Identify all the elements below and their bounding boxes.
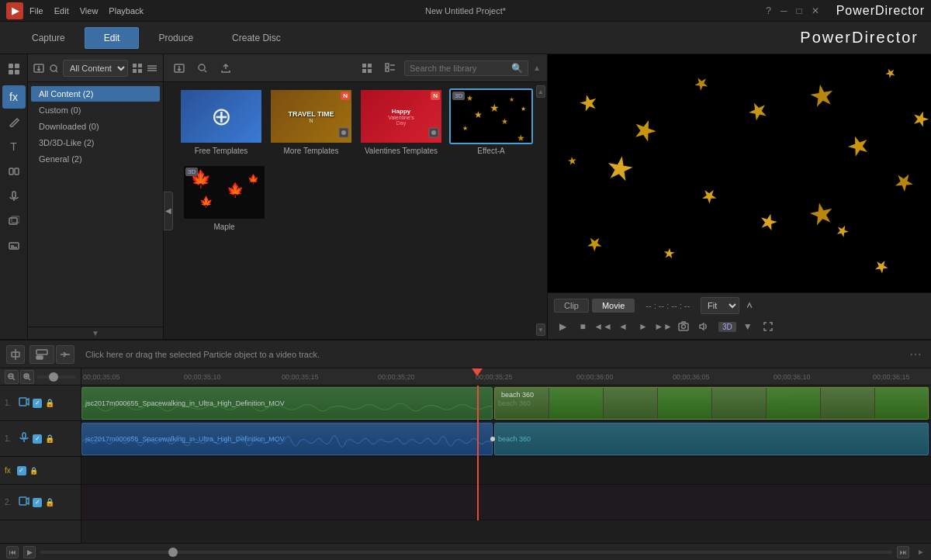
menu-bar[interactable]: File Edit View Playback bbox=[29, 6, 144, 16]
template-more[interactable]: TRAVEL TIME N N More Templates bbox=[269, 88, 353, 155]
scroll-up-indicator[interactable]: ▲ bbox=[536, 85, 545, 98]
scroll-down-indicator[interactable]: ▼ bbox=[536, 323, 545, 336]
timeline-zoom-slider[interactable] bbox=[40, 551, 892, 554]
tab-clip[interactable]: Clip bbox=[554, 299, 589, 313]
project-title: New Untitled Project* bbox=[425, 6, 506, 16]
preview-3d-dropdown-btn[interactable]: ▼ bbox=[739, 318, 756, 335]
category-custom[interactable]: Custom (0) bbox=[31, 102, 160, 118]
track-row-video-2[interactable] bbox=[81, 485, 931, 520]
track-fx-visibility[interactable]: ✓ bbox=[17, 466, 26, 475]
timeline-mode-btn[interactable] bbox=[56, 345, 74, 364]
category-3d[interactable]: 3D/3D-Like (2) bbox=[31, 135, 160, 150]
category-all-content[interactable]: All Content (2) bbox=[31, 86, 160, 102]
template-free[interactable]: ⊕ Free Templates bbox=[179, 88, 263, 155]
scroll-down-arrow[interactable]: ▼ bbox=[92, 329, 99, 337]
preview-volume-btn[interactable] bbox=[695, 318, 712, 335]
template-label-valentines: Valentines Templates bbox=[365, 147, 438, 155]
preview-fast-forward-btn[interactable]: ►► bbox=[655, 318, 672, 335]
tab-movie[interactable]: Movie bbox=[592, 299, 635, 313]
view-grid-btn[interactable] bbox=[131, 59, 144, 78]
sidebar-icon-draw[interactable] bbox=[2, 110, 26, 133]
sidebar-icon-audio[interactable] bbox=[2, 185, 26, 208]
track-header-video-2: 2. ✓ 🔒 bbox=[0, 485, 81, 520]
preview-prev-frame-btn[interactable]: ◄ bbox=[614, 318, 632, 335]
preview-rewind-btn[interactable]: ◄◄ bbox=[594, 318, 611, 335]
timeline-start-btn[interactable]: ⏮ bbox=[6, 546, 19, 558]
content-export-btn[interactable] bbox=[216, 59, 235, 78]
scroll-up-arrow-content[interactable]: ▲ bbox=[533, 64, 541, 72]
category-downloaded[interactable]: Downloaded (0) bbox=[31, 119, 160, 134]
maximize-icon[interactable]: □ bbox=[796, 5, 801, 16]
sidebar-icon-text[interactable]: T bbox=[2, 135, 26, 158]
clip-video-1-beach[interactable]: beach 360 beach 360 bbox=[494, 387, 929, 420]
track-audio-1-visibility[interactable]: ✓ bbox=[33, 434, 42, 444]
detail-view-btn[interactable] bbox=[381, 59, 400, 78]
media-panel: All Content All Content (2) Custom (0) D… bbox=[28, 54, 164, 339]
template-valentines[interactable]: Happy Valentine's Day N bbox=[359, 88, 443, 155]
panel-collapse-btn[interactable]: ◀ bbox=[164, 192, 173, 230]
menu-edit[interactable]: Edit bbox=[54, 6, 69, 16]
track-row-audio-1[interactable]: jsc2017m000655_Spacewalking_in_Ultra_Hig… bbox=[81, 421, 931, 457]
preview-play-btn[interactable]: ▶ bbox=[554, 318, 571, 335]
content-filter-btn[interactable] bbox=[193, 59, 212, 78]
help-icon[interactable]: ? bbox=[766, 5, 771, 16]
preview-fullscreen-btn[interactable] bbox=[760, 318, 777, 335]
clip-audio-1-spacewalk[interactable]: jsc2017m000655_Spacewalking_in_Ultra_Hig… bbox=[81, 423, 493, 455]
track-1-lock[interactable]: 🔒 bbox=[45, 399, 54, 407]
clip-video-1-spacewalk[interactable]: jsc2017m000655_Spacewalking_in_Ultra_Hig… bbox=[81, 387, 493, 420]
track-row-video-1[interactable]: jsc2017m000655_Spacewalking_in_Ultra_Hig… bbox=[81, 385, 931, 421]
template-thumb-effect-a: ★ ★ ★ ★ ★ ★ ★ ★ 3D bbox=[449, 88, 533, 144]
tab-produce[interactable]: Produce bbox=[139, 27, 213, 49]
timeline-end-btn[interactable]: ⏭ bbox=[897, 546, 909, 558]
preview-star-13: ★ bbox=[581, 230, 607, 258]
preview-playback-controls: ▶ ■ ◄◄ ◄ ► ►► 3D ▼ bbox=[554, 318, 925, 335]
template-maple[interactable]: 🍁 🍁 🍁 🍁 3D Maple bbox=[182, 164, 266, 231]
sidebar-icon-captions[interactable] bbox=[2, 234, 26, 258]
search-input[interactable] bbox=[410, 64, 508, 73]
zoom-out-btn[interactable] bbox=[5, 370, 19, 384]
preview-stop-btn[interactable]: ■ bbox=[574, 318, 591, 335]
track-2-visibility[interactable]: ✓ bbox=[33, 498, 42, 507]
track-fx-lock[interactable]: 🔒 bbox=[29, 467, 38, 475]
zoom-slider[interactable] bbox=[37, 375, 76, 379]
grid-view-btn[interactable] bbox=[358, 59, 376, 78]
tab-edit[interactable]: Edit bbox=[85, 27, 140, 49]
menu-playback[interactable]: Playback bbox=[109, 6, 144, 16]
add-track-btn[interactable] bbox=[29, 345, 54, 364]
filter-btn[interactable] bbox=[48, 59, 61, 78]
tab-capture[interactable]: Capture bbox=[12, 27, 85, 49]
category-list: All Content (2) Custom (0) Downloaded (0… bbox=[28, 82, 163, 327]
template-thumb-maple: 🍁 🍁 🍁 🍁 3D bbox=[182, 164, 266, 220]
minimize-icon[interactable]: ─ bbox=[780, 5, 787, 16]
timeline-play-btn[interactable]: ▶ bbox=[23, 546, 36, 558]
timeline-scroll-right[interactable]: ► bbox=[917, 548, 925, 556]
tab-create-disc[interactable]: Create Disc bbox=[213, 27, 300, 49]
zoom-in-btn[interactable] bbox=[20, 370, 34, 384]
timeline-options-icon[interactable]: ⋯ bbox=[906, 347, 925, 361]
preview-snapshot-btn[interactable] bbox=[675, 318, 692, 335]
close-icon[interactable]: ✕ bbox=[812, 5, 819, 16]
svg-rect-9 bbox=[12, 216, 19, 223]
fit-dropdown[interactable]: Fit bbox=[701, 297, 739, 314]
sidebar-icon-fx[interactable]: fx bbox=[2, 85, 26, 109]
category-general[interactable]: General (2) bbox=[31, 151, 160, 167]
content-import-btn[interactable] bbox=[170, 59, 189, 78]
timeline-snap-btn[interactable] bbox=[6, 345, 25, 364]
preview-next-frame-btn[interactable]: ► bbox=[635, 318, 652, 335]
track-1-visibility[interactable]: ✓ bbox=[33, 399, 42, 408]
content-filter[interactable]: All Content bbox=[63, 60, 128, 77]
menu-file[interactable]: File bbox=[29, 6, 43, 16]
time-ruler[interactable]: 00;00;35;05 00;00;35;10 00;00;35;15 00;0… bbox=[81, 368, 931, 385]
track-audio-1-lock[interactable]: 🔒 bbox=[45, 434, 54, 443]
preview-settings-btn[interactable] bbox=[742, 296, 761, 315]
clip-audio-1-beach[interactable]: beach 360 bbox=[494, 423, 929, 455]
import-btn[interactable] bbox=[33, 59, 45, 78]
sidebar-icon-overlay[interactable] bbox=[2, 209, 26, 233]
template-effect-a[interactable]: ★ ★ ★ ★ ★ ★ ★ ★ 3D Effect-A bbox=[449, 88, 533, 155]
sidebar-icon-transition[interactable] bbox=[2, 160, 26, 183]
sidebar-icon-import[interactable] bbox=[2, 57, 26, 81]
track-row-fx[interactable] bbox=[81, 457, 931, 485]
track-2-lock[interactable]: 🔒 bbox=[45, 498, 54, 506]
view-list-btn[interactable] bbox=[147, 59, 159, 78]
menu-view[interactable]: View bbox=[80, 6, 99, 16]
